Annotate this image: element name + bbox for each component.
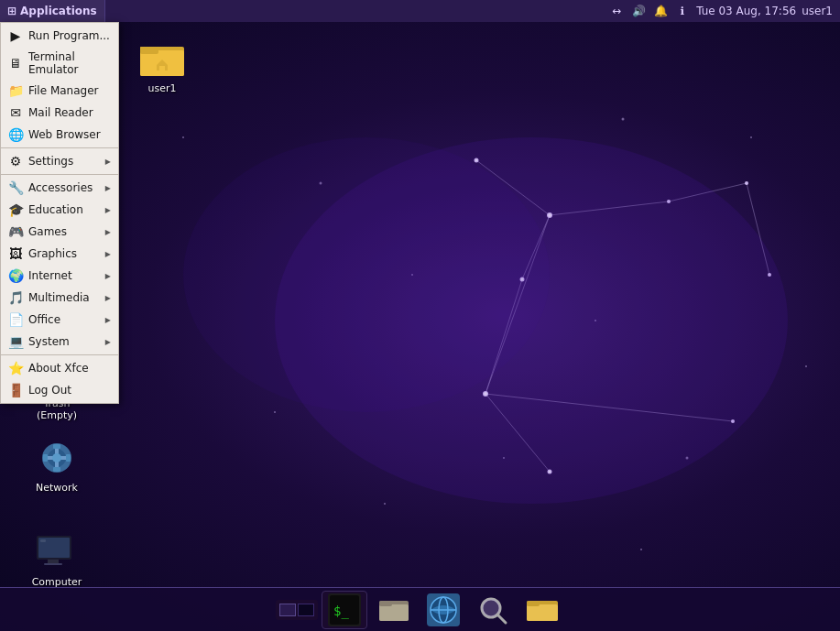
submenu-arrow-graphics: ▶ (105, 250, 111, 258)
panel-right: ↔ 🔊 🔔 ℹ Tue 03 Aug, 17:56 user1 (608, 3, 840, 19)
menu-label-settings: Settings (28, 155, 100, 168)
svg-rect-64 (40, 539, 46, 542)
svg-rect-41 (159, 66, 165, 71)
menu-item-games[interactable]: 🎮Games▶ (1, 221, 118, 243)
menu-separator (1, 174, 118, 175)
application-menu: ▶Run Program...🖥Terminal Emulator📁File M… (0, 22, 119, 404)
svg-point-36 (183, 137, 550, 412)
svg-rect-57 (43, 454, 48, 462)
menu-icon-accessories: 🔧 (8, 180, 23, 195)
network-icon[interactable]: ↔ (608, 3, 625, 19)
clock: Tue 03 Aug, 17:56 (696, 5, 796, 17)
svg-point-30 (384, 503, 386, 505)
menu-item-run-program[interactable]: ▶Run Program... (1, 25, 118, 47)
submenu-arrow-games: ▶ (105, 228, 111, 236)
svg-rect-69 (379, 604, 409, 621)
menu-label-accessories: Accessories (28, 181, 100, 194)
menu-label-web-browser: Web Browser (28, 128, 111, 141)
menu-label-multimedia: Multimedia (28, 291, 100, 304)
menu-icon-mail-reader: ✉ (8, 105, 23, 120)
taskbar-filemanager[interactable] (371, 591, 417, 629)
taskbar: $_ (0, 587, 840, 631)
menu-item-log-out[interactable]: 🚪Log Out (1, 379, 118, 401)
menu-separator (1, 354, 118, 355)
menu-item-office[interactable]: 📄Office▶ (1, 309, 118, 331)
submenu-arrow-multimedia: ▶ (105, 294, 111, 302)
menu-item-internet[interactable]: 🌍Internet▶ (1, 265, 118, 287)
svg-rect-58 (66, 454, 71, 462)
desktop-icon-computer[interactable]: Computer (20, 527, 93, 592)
svg-rect-40 (140, 47, 158, 52)
network-desktop-icon (35, 436, 79, 480)
menu-icon-internet: 🌍 (8, 268, 23, 283)
menu-icon-terminal-emulator: 🖥 (8, 56, 23, 71)
menu-item-multimedia[interactable]: 🎵Multimedia▶ (1, 287, 118, 309)
taskbar-web[interactable] (420, 591, 466, 629)
menu-icon-education: 🎓 (8, 202, 23, 217)
taskbar-folder[interactable] (519, 591, 565, 629)
user1-folder-icon (140, 37, 184, 81)
menu-label-system: System (28, 335, 100, 348)
menu-label-office: Office (28, 313, 100, 326)
svg-rect-70 (379, 601, 392, 606)
menu-label-log-out: Log Out (28, 384, 111, 397)
submenu-arrow-internet: ▶ (105, 272, 111, 280)
svg-point-59 (52, 453, 61, 462)
svg-point-31 (640, 549, 642, 550)
volume-icon[interactable]: 🔊 (630, 3, 647, 19)
submenu-arrow-accessories: ▶ (105, 184, 111, 192)
menu-item-file-manager[interactable]: 📁File Manager (1, 80, 118, 102)
workspace2-btn[interactable] (298, 604, 314, 616)
menu-label-mail-reader: Mail Reader (28, 106, 111, 119)
menu-item-graphics[interactable]: 🖼Graphics▶ (1, 243, 118, 265)
menu-item-system[interactable]: 💻System▶ (1, 331, 118, 353)
menu-item-terminal-emulator[interactable]: 🖥Terminal Emulator (1, 47, 118, 80)
svg-rect-55 (53, 444, 60, 449)
menu-item-education[interactable]: 🎓Education▶ (1, 199, 118, 221)
menu-icon-games: 🎮 (8, 224, 23, 239)
svg-rect-62 (48, 560, 59, 563)
submenu-arrow-system: ▶ (105, 338, 111, 346)
menu-item-accessories[interactable]: 🔧Accessories▶ (1, 177, 118, 199)
computer-desktop-icon (35, 530, 79, 574)
menu-label-about-xfce: About Xfce (28, 362, 111, 375)
svg-point-33 (622, 118, 625, 121)
username: user1 (802, 5, 833, 17)
menu-separator (1, 147, 118, 148)
menu-item-settings[interactable]: ⚙Settings▶ (1, 150, 118, 172)
desktop-icon-user1[interactable]: user1 (125, 33, 199, 98)
svg-rect-56 (53, 467, 60, 472)
workspace1-btn[interactable] (279, 604, 296, 616)
applications-menu-button[interactable]: ⊞ Applications (0, 0, 105, 22)
submenu-arrow-settings: ▶ (105, 158, 111, 166)
submenu-arrow-education: ▶ (105, 206, 111, 214)
desktop-icon-network[interactable]: Network (20, 432, 93, 497)
taskbar-search[interactable] (470, 591, 516, 629)
svg-rect-80 (527, 604, 558, 621)
menu-item-about-xfce[interactable]: ⭐About Xfce (1, 357, 118, 379)
user1-folder-label: user1 (148, 82, 177, 94)
svg-point-23 (182, 136, 184, 138)
taskbar-terminal[interactable]: $_ (322, 591, 367, 629)
menu-icon-about-xfce: ⭐ (8, 361, 23, 375)
svg-text:$_: $_ (333, 604, 349, 619)
menu-label-file-manager: File Manager (28, 84, 111, 97)
menu-icon-log-out: 🚪 (8, 383, 23, 397)
menu-item-mail-reader[interactable]: ✉Mail Reader (1, 102, 118, 124)
menu-label-run-program: Run Program... (28, 29, 111, 42)
svg-line-78 (497, 615, 506, 623)
menu-icon-office: 📄 (8, 312, 23, 327)
network-label: Network (36, 482, 78, 494)
svg-point-29 (274, 411, 276, 413)
submenu-arrow-office: ▶ (105, 316, 111, 324)
menu-item-web-browser[interactable]: 🌐Web Browser (1, 124, 118, 146)
notification-icon[interactable]: 🔔 (652, 3, 669, 19)
menu-label-graphics: Graphics (28, 247, 100, 260)
menu-label-education: Education (28, 203, 100, 216)
info-icon[interactable]: ℹ (674, 3, 691, 19)
menu-icon-graphics: 🖼 (8, 246, 23, 261)
svg-point-28 (805, 365, 807, 367)
svg-rect-63 (44, 563, 62, 565)
menu-icon-run-program: ▶ (8, 28, 23, 43)
menu-icon-system: 💻 (8, 334, 23, 349)
